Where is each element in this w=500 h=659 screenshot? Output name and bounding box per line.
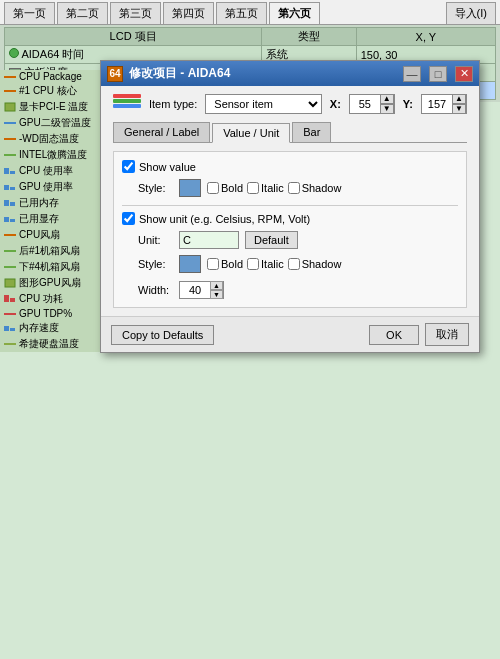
cancel-button[interactable]: 取消 xyxy=(425,323,469,346)
tab-value-unit[interactable]: Value / Unit xyxy=(212,123,290,143)
unit-color-swatch[interactable] xyxy=(179,255,201,273)
tab-bar[interactable]: Bar xyxy=(292,122,331,142)
sidebar-label: 内存速度 xyxy=(19,321,59,335)
sidebar-item[interactable]: CPU风扇 xyxy=(0,227,100,243)
dialog-app-icon: 64 xyxy=(107,66,123,82)
sidebar-item[interactable]: 已用内存 xyxy=(0,195,100,211)
col-header-item: LCD 项目 xyxy=(5,28,262,46)
sidebar-label: 已用内存 xyxy=(19,196,59,210)
sidebar-item[interactable]: 内存速度 xyxy=(0,320,100,336)
y-spinner[interactable]: ▲ ▼ xyxy=(421,94,467,114)
sidebar-label: 显卡PCI-E 温度 xyxy=(19,100,88,114)
unit-bold-checkbox[interactable] xyxy=(207,258,219,270)
tab-4[interactable]: 第四页 xyxy=(163,2,214,24)
sidebar-item[interactable]: CPU 使用率 xyxy=(0,163,100,179)
tab-6[interactable]: 第六页 xyxy=(269,2,320,24)
divider xyxy=(122,205,458,206)
unit-input[interactable] xyxy=(179,231,239,249)
sidebar-item[interactable]: 希捷硬盘温度 xyxy=(0,336,100,352)
ok-button[interactable]: OK xyxy=(369,325,419,345)
value-italic-item: Italic xyxy=(247,182,284,194)
mem-speed-icon xyxy=(4,323,16,333)
value-bold-item: Bold xyxy=(207,182,243,194)
show-unit-row: Show unit (e.g. Celsius, RPM, Volt) xyxy=(122,212,458,225)
x-up-button[interactable]: ▲ xyxy=(380,94,394,104)
svg-rect-7 xyxy=(10,171,15,174)
tab-5[interactable]: 第五页 xyxy=(216,2,267,24)
sidebar-item[interactable]: GPU TDP% xyxy=(0,307,100,320)
y-down-button[interactable]: ▼ xyxy=(452,104,466,114)
sidebar-label: 下#4机箱风扇 xyxy=(19,260,80,274)
cpu-usage-icon xyxy=(4,166,16,176)
sidebar-item[interactable]: -WD固态温度 xyxy=(0,131,100,147)
sidebar-item[interactable]: GPU二级管温度 xyxy=(0,115,100,131)
sidebar-item[interactable]: 图形GPU风扇 xyxy=(0,275,100,291)
sidebar-item[interactable]: 已用显存 xyxy=(0,211,100,227)
sidebar-item[interactable]: #1 CPU 核心 xyxy=(0,83,100,99)
svg-rect-21 xyxy=(4,326,9,331)
sidebar-label: CPU Package xyxy=(19,71,82,82)
sidebar-item[interactable]: 下#4机箱风扇 xyxy=(0,259,100,275)
width-spinner[interactable]: ▲ ▼ xyxy=(179,281,224,299)
svg-rect-19 xyxy=(10,298,15,302)
item-type-select[interactable]: Sensor item xyxy=(205,94,322,114)
default-button[interactable]: Default xyxy=(245,231,298,249)
col-header-type: 类型 xyxy=(262,28,356,46)
unit-bold-label: Bold xyxy=(221,258,243,270)
value-color-swatch[interactable] xyxy=(179,179,201,197)
copy-defaults-button[interactable]: Copy to Defaults xyxy=(111,325,214,345)
x-input[interactable] xyxy=(350,95,380,113)
sidebar-item[interactable]: CPU 功耗 xyxy=(0,291,100,307)
tab-import[interactable]: 导入(I) xyxy=(446,2,496,24)
svg-rect-17 xyxy=(5,279,15,287)
tab-2[interactable]: 第二页 xyxy=(57,2,108,24)
unit-style-label: Style: xyxy=(138,258,173,270)
sidebar-item[interactable]: INTEL微腾温度 xyxy=(0,147,100,163)
x-spinner[interactable]: ▲ ▼ xyxy=(349,94,395,114)
value-style-row: Style: Bold Italic Shadow xyxy=(122,179,458,197)
width-up-button[interactable]: ▲ xyxy=(210,281,223,290)
width-down-button[interactable]: ▼ xyxy=(210,290,223,299)
sidebar-item[interactable]: 后#1机箱风扇 xyxy=(0,243,100,259)
sidebar-item[interactable]: 显卡PCI-E 温度 xyxy=(0,99,100,115)
x-down-button[interactable]: ▼ xyxy=(380,104,394,114)
sidebar-label: #1 CPU 核心 xyxy=(19,84,77,98)
svg-rect-18 xyxy=(4,295,9,302)
sidebar-item[interactable]: GPU 使用率 xyxy=(0,179,100,195)
cpu-package-icon xyxy=(4,72,16,82)
sidebar-label: GPU二级管温度 xyxy=(19,116,91,130)
value-italic-checkbox[interactable] xyxy=(247,182,259,194)
unit-row: Unit: Default xyxy=(122,231,458,249)
dialog-title: 修改项目 - AIDA64 xyxy=(129,65,395,82)
inner-tabs: General / Label Value / Unit Bar xyxy=(113,122,467,143)
restore-button[interactable]: □ xyxy=(429,66,447,82)
tab-1[interactable]: 第一页 xyxy=(4,2,55,24)
tab-general-label[interactable]: General / Label xyxy=(113,122,210,142)
y-input[interactable] xyxy=(422,95,452,113)
width-row: Width: ▲ ▼ xyxy=(122,281,458,299)
case-fan1-icon xyxy=(4,246,16,256)
value-style-checkboxes: Bold Italic Shadow xyxy=(207,182,341,194)
svg-rect-13 xyxy=(10,219,15,222)
tab-3[interactable]: 第三页 xyxy=(110,2,161,24)
close-button[interactable]: ✕ xyxy=(455,66,473,82)
value-bold-checkbox[interactable] xyxy=(207,182,219,194)
gpu-fan-icon xyxy=(4,278,16,288)
y-up-button[interactable]: ▲ xyxy=(452,94,466,104)
show-unit-checkbox[interactable] xyxy=(122,212,135,225)
sidebar-item[interactable]: CPU Package xyxy=(0,70,100,83)
vram-used-icon xyxy=(4,214,16,224)
width-input[interactable] xyxy=(180,282,210,298)
svg-rect-2 xyxy=(5,103,15,111)
svg-rect-10 xyxy=(4,200,9,206)
unit-italic-checkbox[interactable] xyxy=(247,258,259,270)
sidebar-items: CPU Package #1 CPU 核心 显卡PCI-E 温度 GPU二级管温… xyxy=(0,70,100,352)
unit-shadow-checkbox[interactable] xyxy=(288,258,300,270)
minimize-button[interactable]: — xyxy=(403,66,421,82)
value-shadow-checkbox[interactable] xyxy=(288,182,300,194)
show-value-checkbox[interactable] xyxy=(122,160,135,173)
sidebar-label: 已用显存 xyxy=(19,212,59,226)
edit-dialog: 64 修改项目 - AIDA64 — □ ✕ Item type: Sensor… xyxy=(100,60,480,353)
sidebar-label: GPU TDP% xyxy=(19,308,72,319)
value-italic-label: Italic xyxy=(261,182,284,194)
